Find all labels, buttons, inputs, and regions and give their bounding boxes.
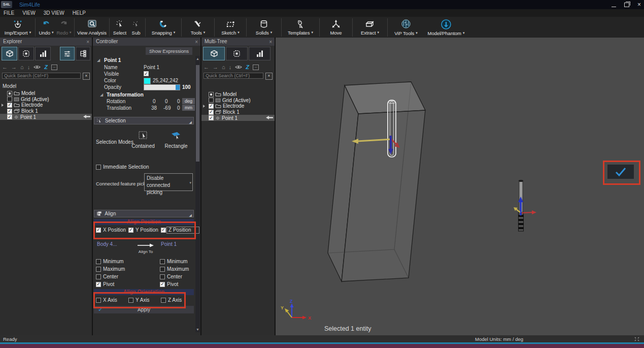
eye-icon[interactable] (33, 65, 41, 70)
apply-button[interactable]: ✓Apply (94, 306, 194, 313)
contained-mode-button[interactable] (138, 131, 149, 141)
home-icon[interactable]: ⌂ (20, 64, 24, 70)
forward-icon[interactable]: → (11, 64, 17, 70)
minimize-button[interactable] (612, 0, 616, 9)
visibility-checkbox[interactable] (7, 109, 12, 114)
translation-x[interactable]: 38 (151, 105, 157, 111)
tree-row-point[interactable]: Point 1 (0, 114, 92, 120)
x-position-checkbox[interactable] (96, 228, 101, 233)
checkbox[interactable] (96, 259, 101, 264)
snapping-button[interactable]: Snapping▾ (147, 17, 180, 38)
menu-file[interactable]: FILE (4, 10, 14, 16)
name-value[interactable]: Point 1 (144, 64, 159, 71)
tree-row-block[interactable]: Block 1 (201, 109, 275, 115)
selection-section-header[interactable]: Selection ◢ (94, 117, 194, 124)
eye-icon[interactable] (235, 65, 242, 70)
visibility-checkbox[interactable] (209, 104, 214, 109)
group-expander-icon[interactable]: ◢ (100, 91, 103, 98)
z-axis-checkbox[interactable] (161, 298, 166, 303)
controller-scrollbar[interactable]: ▲ ▼ (195, 56, 200, 332)
menu-view[interactable]: VIEW (22, 10, 36, 16)
checkbox[interactable] (160, 267, 165, 272)
target-minimum-option[interactable]: Minimum (160, 258, 188, 265)
section-collapse-icon[interactable]: ◢ (189, 212, 192, 218)
vip-tools-button[interactable]: ViP Tools▾ (389, 17, 423, 38)
rectangle-mode-button[interactable] (170, 131, 182, 141)
checkbox[interactable] (160, 282, 165, 287)
source-center-option[interactable]: Center (96, 273, 118, 280)
explorer-tab-simulation[interactable] (18, 47, 34, 60)
expander-icon[interactable] (203, 105, 205, 108)
back-icon[interactable]: ← (204, 64, 209, 70)
search-input[interactable] (204, 73, 263, 79)
panel-close-icon[interactable]: × (195, 38, 198, 46)
restore-button[interactable] (624, 0, 629, 9)
menu-3d-view[interactable]: 3D VIEW (44, 10, 64, 16)
explorer-tab-properties[interactable] (60, 47, 75, 60)
immediate-selection-checkbox[interactable] (96, 165, 101, 170)
select-button[interactable]: Select (111, 17, 128, 38)
goto-icon[interactable]: ↓ (27, 64, 30, 70)
x-position-option[interactable]: X Position (96, 227, 126, 233)
templates-button[interactable]: Templates▾ (283, 17, 318, 38)
tree-row-model[interactable]: Model (0, 90, 92, 97)
property-group-transformation[interactable]: ◢Transformation (93, 91, 193, 98)
show-expressions-button[interactable]: Show Expressions (146, 47, 192, 55)
opacity-slider[interactable] (144, 84, 180, 90)
multitree-tab-simulation[interactable] (226, 47, 248, 60)
move-button[interactable]: Move (321, 17, 351, 38)
checkbox[interactable] (96, 282, 101, 287)
section-collapse-icon[interactable]: ◢ (189, 119, 192, 125)
tree-row-electrode[interactable]: Electrode (0, 102, 92, 108)
sub-select-button[interactable]: Sub (128, 17, 144, 38)
impexport-button[interactable]: Imp/Export▾ (2, 17, 33, 38)
visibility-checkbox[interactable] (7, 114, 12, 119)
extract-button[interactable]: Extract▾ (354, 17, 386, 38)
clear-search-icon[interactable]: × (83, 73, 90, 80)
z-axis-option[interactable]: Z Axis (161, 297, 182, 303)
color-value[interactable]: 25,242,242 (153, 77, 178, 84)
source-maximum-option[interactable]: Maximum (96, 266, 125, 272)
target-center-option[interactable]: Center (160, 273, 182, 280)
close-button[interactable]: × (637, 2, 641, 8)
expander-icon[interactable] (2, 104, 4, 107)
clear-search-icon[interactable]: × (265, 73, 273, 80)
scroll-down-icon[interactable]: ▼ (196, 328, 199, 331)
property-group-point[interactable]: ◢Point 1 (93, 57, 193, 64)
visibility-checkbox[interactable] (209, 110, 214, 115)
visibility-checkbox[interactable] (209, 115, 214, 120)
rotation-x[interactable]: 0 (153, 98, 156, 105)
checkbox[interactable] (160, 274, 165, 279)
translation-y[interactable]: -69 (163, 105, 171, 111)
scrollbar-thumb[interactable] (196, 65, 199, 162)
connected-picking-dropdown[interactable]: Disable connected picking ▾ (144, 173, 193, 191)
explorer-tab-analysis[interactable] (35, 47, 51, 60)
scroll-up-icon[interactable]: ▲ (196, 57, 199, 60)
tree-row-block[interactable]: Block 1 (0, 108, 92, 114)
align-target-link[interactable]: Point 1 (161, 241, 177, 247)
visibility-checkbox[interactable] (7, 103, 12, 108)
z-position-option[interactable]: Z Position (161, 227, 199, 233)
confirm-button[interactable] (607, 165, 634, 179)
group-expander-icon[interactable]: ◢ (97, 57, 100, 64)
y-position-option[interactable]: Y Position (128, 227, 158, 233)
back-icon[interactable]: ← (2, 64, 8, 70)
y-axis-option[interactable]: Y Axis (128, 297, 150, 303)
checkbox[interactable] (160, 259, 165, 264)
tree-row-model[interactable]: Model (201, 91, 275, 98)
source-pivot-option[interactable]: Pivot (96, 281, 114, 288)
search-input[interactable] (2, 73, 81, 79)
tree-row-point[interactable]: Point 1 (201, 115, 275, 121)
model-phantom-button[interactable]: Model/Phantom▾ (423, 17, 469, 38)
visibility-checkbox[interactable] (7, 91, 12, 96)
tree-row-grid[interactable]: Grid (Active) (0, 97, 92, 103)
align-source-link[interactable]: Body 4... (97, 241, 117, 247)
home-icon[interactable]: ⌂ (222, 64, 225, 70)
translation-z[interactable]: 0 (177, 105, 180, 111)
visible-checkbox[interactable] (144, 71, 149, 76)
source-minimum-option[interactable]: Minimum (96, 258, 124, 265)
align-section-header[interactable]: Align ◢ (94, 210, 194, 217)
y-position-checkbox[interactable] (128, 228, 133, 233)
tree-row-electrode[interactable]: Electrode (201, 103, 275, 109)
panel-close-icon[interactable]: × (86, 38, 89, 46)
